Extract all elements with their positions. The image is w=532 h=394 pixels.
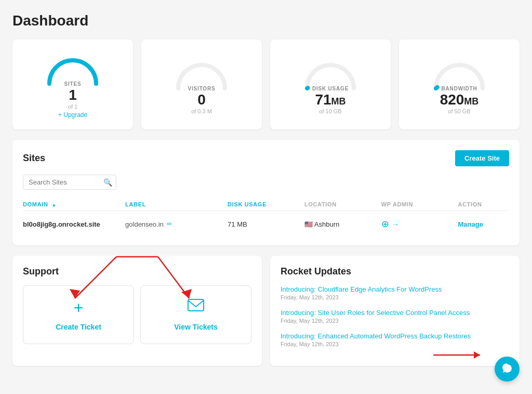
wp-icon[interactable]: ⊕ [381,218,389,230]
cell-manage[interactable]: Manage [458,220,509,228]
table-row: bl0o8jig8g.onrocket.site goldenseo.in ✏ … [23,213,509,235]
page-title: Dashboard [12,12,520,29]
svg-rect-5 [188,299,204,311]
bottom-row: Support + Create Ticket [12,256,520,366]
create-ticket-icon: + [74,298,84,318]
visitors-value: 0 [188,93,216,107]
disk-stat-card: DISK USAGE 71MB of 10 GB [270,40,391,129]
create-ticket-button[interactable]: + Create Ticket [23,285,134,344]
update-item-2: Introducing: Site User Roles for Selecti… [281,309,509,324]
view-tickets-button[interactable]: View Tickets [140,285,251,344]
sites-stat-card: SITES 1 of 1 + Upgrade [12,40,133,129]
arrow-container: + Create Ticket View Tickets [23,285,251,344]
disk-label: DISK USAGE [312,86,349,91]
updates-card: Rocket Updates Introducing: Cloudflare E… [270,256,520,366]
support-card: Support + Create Ticket [12,256,262,366]
location-name: Ashburn [314,220,339,228]
col-label: LABEL [125,201,228,207]
support-buttons: + Create Ticket View Tickets [23,285,251,344]
update-date-3: Friday, May 12th, 2023 [281,341,509,347]
upgrade-link[interactable]: + Upgrade [58,111,87,119]
arrow-icon[interactable]: → [392,220,399,228]
bandwidth-stat-card: BANDWIDTH 820MB of 50 GB [399,40,520,129]
col-disk: DISK USAGE [228,201,304,207]
cell-label: goldenseo.in ✏ [125,220,228,228]
support-title: Support [23,266,251,277]
view-tickets-icon [187,298,205,318]
update-link-2[interactable]: Introducing: Site User Roles for Selecti… [281,309,509,317]
location-flag: 🇺🇸 [304,220,313,228]
bandwidth-label: BANDWIDTH [440,86,479,91]
update-date-1: Friday, May 12th, 2023 [281,294,509,300]
sites-label: SITES [58,81,87,87]
visitors-label: VISITORS [188,86,216,91]
cell-domain: bl0o8jig8g.onrocket.site [23,220,125,228]
update-link-1[interactable]: Introducing: Cloudflare Edge Analytics F… [281,285,509,293]
chat-button[interactable] [495,357,520,382]
search-icon: 🔍 [103,178,112,187]
cell-disk-usage: 71 MB [228,220,304,228]
col-domain: DOMAIN ▲ [23,201,125,207]
visitors-stat-card: VISITORS 0 of 0.3 M [141,40,262,129]
cell-location: 🇺🇸 Ashburn [304,220,381,228]
sites-section-title: Sites [23,153,45,164]
disk-value: 71MB [312,93,349,107]
chat-icon [501,362,513,376]
create-site-button[interactable]: Create Site [455,150,509,166]
visitors-sub: of 0.3 M [188,108,216,114]
sites-section: Sites Create Site 🔍 DOMAIN ▲ LABEL DISK … [12,140,520,245]
edit-label-icon[interactable]: ✏ [167,220,172,228]
col-action: ACTION [458,201,509,207]
sites-sub: of 1 [58,103,87,110]
bandwidth-sub: of 50 GB [440,108,479,114]
sites-table-header: DOMAIN ▲ LABEL DISK USAGE LOCATION WP AD… [23,198,509,211]
update-link-3[interactable]: Introducing: Enhanced Automated WordPres… [281,332,509,340]
bandwidth-value: 820MB [440,93,479,107]
search-wrapper: 🔍 [23,175,116,190]
view-tickets-label: View Tickets [174,323,218,331]
disk-sub: of 10 GB [312,108,349,114]
update-date-2: Friday, May 12th, 2023 [281,318,509,324]
update-item-1: Introducing: Cloudflare Edge Analytics F… [281,285,509,300]
update-item-3: Introducing: Enhanced Automated WordPres… [281,332,509,347]
col-location: LOCATION [304,201,381,207]
stats-row: SITES 1 of 1 + Upgrade VISITORS 0 of 0.3… [12,40,520,129]
col-wp-admin: WP ADMIN [381,201,458,207]
search-input[interactable] [23,175,116,190]
updates-title: Rocket Updates [281,266,509,277]
sites-value: 1 [58,88,87,102]
create-ticket-label: Create Ticket [56,323,101,331]
cell-wp-admin: ⊕ → [381,218,458,230]
